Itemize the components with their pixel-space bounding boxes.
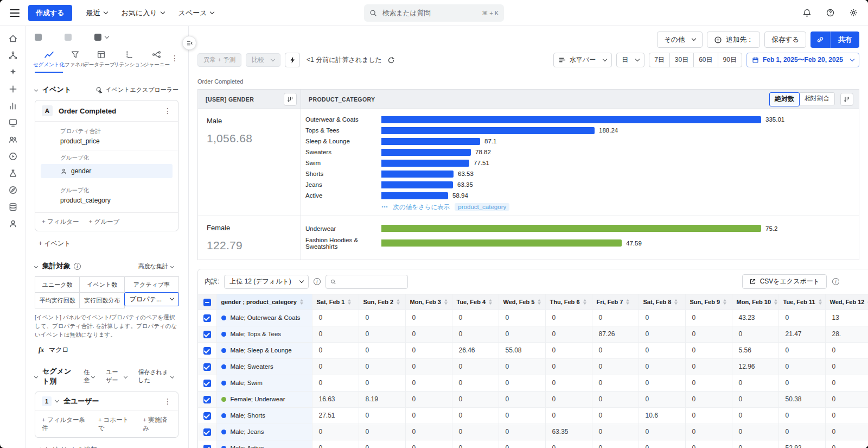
date-column-header[interactable]: Tue, Feb 4 (452, 294, 499, 310)
add-group-link[interactable]: + グループ (89, 218, 120, 226)
date-column-header[interactable]: Sat, Feb 8 (639, 294, 685, 310)
tabs-overflow-menu-icon[interactable]: ⋮ (171, 54, 178, 62)
info-icon[interactable] (832, 278, 839, 285)
date-column-header[interactable]: Mon, Feb 10 (732, 294, 778, 310)
segment-menu-icon[interactable]: ⋮ (164, 397, 171, 406)
row-checkbox[interactable] (203, 314, 211, 322)
group-by-gender[interactable]: gender (41, 164, 173, 178)
anomaly-forecast-pill[interactable]: 異常 + 予測 (197, 53, 241, 67)
range-30d-button[interactable]: 30日 (669, 53, 694, 67)
date-column-header[interactable]: Sun, Feb 9 (685, 294, 732, 310)
property-sum-value[interactable]: product_price (35, 136, 178, 150)
agg-option-event-totals[interactable]: イベント数 (79, 276, 124, 293)
date-column-header[interactable]: Sat, Feb 1 (312, 294, 359, 310)
create-button[interactable]: 作成する (28, 5, 72, 21)
row-checkbox[interactable] (203, 347, 211, 355)
add-filter-condition-link[interactable]: + フィルター条件 (42, 416, 88, 432)
profiles-person-icon[interactable] (8, 219, 18, 229)
realtime-bolt-button[interactable] (285, 53, 300, 67)
more-values-icon[interactable]: ⋯ (381, 203, 388, 211)
session-replay-icon[interactable] (8, 152, 18, 161)
series-name[interactable]: Male; Swim (231, 380, 263, 386)
add-segment-link[interactable]: + セグメントを追加 (39, 445, 178, 448)
notifications-bell-icon[interactable] (802, 8, 812, 17)
date-column-header[interactable]: Fri, Feb 7 (592, 294, 639, 310)
workspace-icon[interactable] (8, 51, 18, 60)
table-search-box[interactable] (326, 275, 408, 289)
row-checkbox[interactable] (203, 380, 211, 387)
series-name[interactable]: Male; Tops & Tees (231, 331, 282, 337)
data-database-icon[interactable] (8, 202, 18, 212)
discover-compass-icon[interactable] (8, 185, 18, 195)
segment-index-badge[interactable]: 1 (42, 396, 52, 406)
bar[interactable] (381, 160, 469, 167)
menu-recent[interactable]: 最近 (86, 8, 107, 18)
event-menu-icon[interactable]: ⋮ (164, 106, 171, 115)
share-button[interactable]: 共有 (830, 31, 859, 48)
users-icon[interactable] (8, 135, 18, 144)
bar[interactable] (381, 149, 471, 156)
save-button[interactable]: 保存する (764, 31, 806, 48)
sort-gender-button[interactable] (284, 93, 297, 106)
row-checkbox[interactable] (203, 445, 211, 448)
show-more-link[interactable]: 次の値をさらに表示 (393, 203, 450, 211)
macro-row[interactable]: fx マクロ (39, 345, 178, 355)
settings-gear-icon[interactable] (849, 8, 858, 17)
agg-option-properties-selected[interactable]: プロパテ... (124, 292, 179, 306)
experiments-flask-icon[interactable] (8, 168, 18, 178)
date-column-header[interactable]: Tue, Feb 11 (778, 294, 825, 310)
tab-segmentation[interactable]: セグメント化 (35, 51, 63, 73)
assistant-sparkle-icon[interactable] (8, 67, 18, 77)
bar[interactable] (381, 239, 622, 247)
bar[interactable] (381, 116, 761, 123)
row-checkbox[interactable] (203, 412, 211, 420)
tab-retention[interactable]: リテンション (116, 51, 144, 72)
add-to-button[interactable]: 追加先： (707, 31, 760, 48)
refresh-icon[interactable] (387, 56, 395, 64)
bar[interactable] (381, 171, 454, 178)
dashboards-monitor-icon[interactable] (8, 118, 18, 128)
segment-saved-dropdown[interactable]: 保存されました (138, 368, 179, 384)
absolute-toggle-button[interactable]: 絶対数 (769, 92, 800, 106)
bar[interactable] (381, 192, 448, 199)
create-new-icon[interactable] (8, 84, 18, 94)
chart-type-dropdown[interactable]: 水平バー (553, 53, 612, 67)
info-icon[interactable] (74, 263, 81, 270)
event-name[interactable]: Order Completed (59, 107, 116, 115)
global-search[interactable]: ⌘ + K (364, 4, 504, 22)
add-event-link[interactable]: + イベント (39, 239, 178, 248)
top-n-select[interactable]: 上位 12 (デフォルト) (224, 275, 308, 289)
bar[interactable] (381, 225, 761, 232)
add-filter-link[interactable]: + フィルター (42, 218, 79, 226)
series-name[interactable]: Male; Active (231, 445, 264, 448)
search-input[interactable] (381, 9, 477, 17)
add-cohort-link[interactable]: + コホートで (98, 416, 133, 432)
placeholder-dropdown[interactable] (94, 34, 108, 41)
more-button[interactable]: その他 (657, 31, 703, 48)
home-icon[interactable] (8, 34, 18, 43)
date-column-header[interactable]: Thu, Feb 6 (545, 294, 592, 310)
collapse-sidebar-button[interactable] (182, 36, 196, 50)
series-name[interactable]: Male; Shorts (231, 412, 266, 419)
sort-values-button[interactable] (840, 93, 853, 106)
section-collapse-chevron-icon[interactable] (34, 375, 38, 378)
range-90d-button[interactable]: 90日 (718, 53, 742, 67)
export-csv-button[interactable]: CSVをエクスポート (742, 274, 827, 289)
show-more-property-chip[interactable]: product_category (455, 203, 509, 211)
select-all-checkbox[interactable] (203, 299, 211, 306)
add-performed-link[interactable]: + 実施済み (143, 416, 171, 432)
series-name[interactable]: Male; Jeans (231, 428, 264, 435)
date-column-header[interactable]: Sun, Feb 2 (359, 294, 405, 310)
menu-spaces[interactable]: スペース (178, 8, 214, 18)
date-range-picker[interactable]: Feb 1, 2025〜Feb 20, 2025 (746, 53, 859, 67)
range-60d-button[interactable]: 60日 (693, 53, 718, 67)
info-icon[interactable] (314, 278, 321, 285)
advanced-aggregation-dropdown[interactable]: 高度な集計 (138, 262, 178, 270)
row-checkbox[interactable] (203, 363, 211, 371)
series-name[interactable]: Male; Outerwear & Coats (231, 314, 301, 321)
range-7d-button[interactable]: 7日 (649, 53, 670, 67)
row-checkbox[interactable] (203, 396, 211, 403)
relative-toggle-button[interactable]: 相対割合 (799, 92, 835, 105)
date-column-header[interactable]: Wed, Feb 12 (825, 294, 868, 310)
copy-link-button[interactable] (810, 31, 830, 48)
